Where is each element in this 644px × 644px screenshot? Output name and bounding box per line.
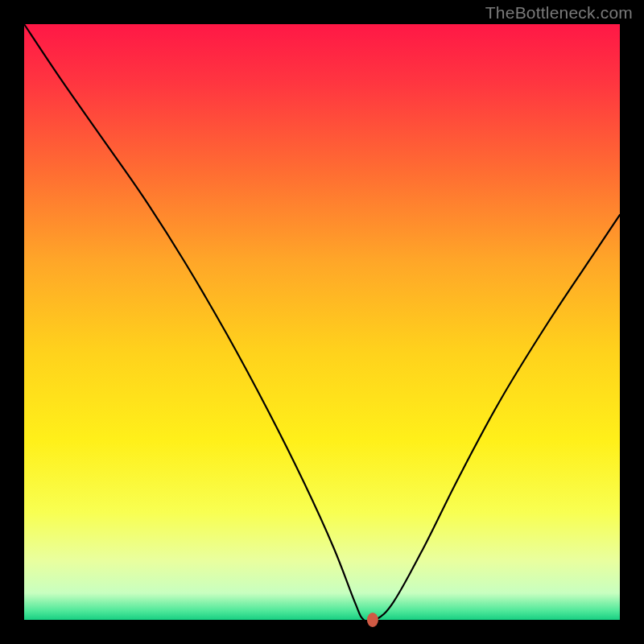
optimal-point-marker bbox=[367, 613, 378, 627]
watermark-text: TheBottleneck.com bbox=[485, 3, 633, 23]
bottleneck-chart bbox=[0, 0, 644, 644]
plot-background bbox=[24, 24, 620, 620]
chart-frame: TheBottleneck.com bbox=[0, 0, 644, 644]
